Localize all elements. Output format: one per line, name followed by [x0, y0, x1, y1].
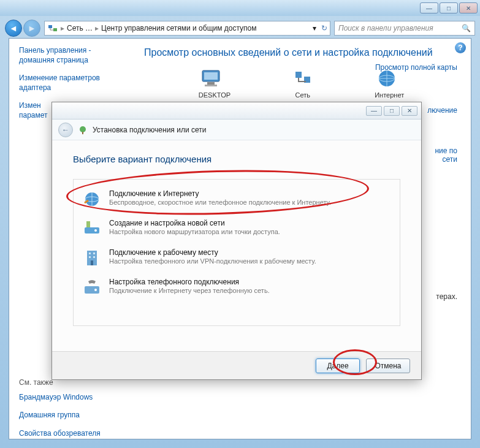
svg-point-16	[94, 229, 97, 232]
minimize-button[interactable]: —	[420, 2, 438, 13]
option-title: Подключение к рабочему месту	[109, 248, 316, 257]
wizard-close-button[interactable]: ✕	[402, 106, 417, 116]
maximize-button[interactable]: □	[440, 2, 458, 13]
option-title: Создание и настройка новой сети	[109, 219, 280, 227]
minimize-icon: —	[371, 107, 377, 114]
svg-rect-22	[91, 260, 93, 265]
svg-rect-23	[85, 286, 99, 294]
close-button[interactable]: ✕	[459, 2, 478, 13]
node-network-label: Сеть	[291, 91, 315, 99]
breadcrumb-dropdown[interactable]: ▾ ↻	[313, 24, 327, 32]
sidebar-home-link[interactable]: Панель управления - домашняя страница	[19, 46, 122, 65]
svg-rect-21	[93, 256, 95, 258]
network-sharing-icon	[47, 23, 58, 34]
svg-rect-3	[204, 72, 218, 80]
node-desktop-label: DESKTOP	[199, 91, 230, 99]
partial-text: ние по сети	[435, 146, 457, 164]
sidebar-firewall-link[interactable]: Брандмауэр Windows	[19, 393, 122, 403]
wizard-header-icon	[78, 125, 88, 135]
sidebar-adapter-link[interactable]: Изменение параметров адаптера	[19, 74, 122, 93]
sidebar-ie-link[interactable]: Свойства обозревателя	[19, 429, 122, 439]
breadcrumb-sep: ▸	[61, 24, 64, 32]
partial-text: лючение	[427, 106, 457, 115]
refresh-icon[interactable]: ↻	[321, 24, 327, 32]
router-icon	[82, 219, 102, 238]
network-map: DESKTOP Сеть Интернет	[169, 68, 434, 99]
svg-rect-20	[89, 256, 91, 258]
next-label: Далее	[327, 362, 348, 370]
option-workplace[interactable]: Подключение к рабочему месту Настройка т…	[74, 243, 400, 273]
node-internet-label: Интернет	[375, 91, 404, 99]
minimize-icon: —	[426, 5, 432, 12]
svg-rect-14	[85, 227, 99, 233]
nav-back-button[interactable]: ◄	[5, 20, 22, 37]
wizard-heading: Выберите вариант подключения	[73, 154, 400, 164]
search-icon: 🔍	[462, 24, 471, 32]
svg-rect-15	[86, 221, 90, 227]
wizard-header: ← Установка подключения или сети	[52, 120, 421, 140]
partial-text: терах.	[436, 292, 457, 301]
svg-rect-11	[82, 132, 83, 134]
option-dialup[interactable]: Настройка телефонного подключения Подклю…	[74, 273, 400, 302]
phone-modem-icon	[82, 278, 102, 297]
network-icon	[291, 68, 315, 89]
wizard-option-list: Подключение к Интернету Беспроводное, ск…	[73, 179, 400, 326]
building-icon	[82, 248, 102, 268]
maximize-icon: □	[390, 107, 394, 114]
wizard-header-title: Установка подключения или сети	[93, 126, 206, 134]
search-placeholder: Поиск в панели управления	[338, 24, 433, 32]
svg-rect-6	[295, 72, 302, 78]
search-input[interactable]: Поиск в панели управления 🔍	[334, 21, 475, 36]
maximize-icon: □	[447, 5, 451, 12]
help-icon[interactable]: ?	[455, 42, 466, 53]
breadcrumb[interactable]: ▸ Сеть … ▸ Центр управления сетями и общ…	[44, 21, 330, 36]
wizard-body: Выберите вариант подключения Подключение…	[52, 140, 421, 332]
svg-rect-19	[93, 252, 95, 254]
node-internet: Интернет	[375, 68, 404, 99]
svg-point-24	[94, 289, 97, 291]
desktop-icon	[199, 68, 223, 89]
nav-arrows: ◄ ►	[5, 20, 40, 37]
cancel-button[interactable]: Отмена	[366, 359, 410, 373]
close-icon: ✕	[407, 107, 412, 114]
option-desc: Подключение к Интернету через телефонную…	[109, 287, 270, 294]
sidebar-homegroup-link[interactable]: Домашняя группа	[19, 411, 122, 420]
option-title: Настройка телефонного подключения	[109, 278, 270, 286]
option-new-network[interactable]: Создание и настройка новой сети Настройк…	[74, 214, 400, 243]
connection-wizard-dialog: — □ ✕ ← Установка подключения или сети В…	[51, 102, 422, 380]
svg-point-10	[80, 126, 86, 132]
chevron-down-icon: ▾	[313, 24, 316, 32]
breadcrumb-sep: ▸	[95, 24, 99, 32]
cancel-label: Отмена	[375, 362, 401, 370]
option-desc: Беспроводное, скоростное или телефонное …	[109, 199, 331, 206]
wizard-titlebar: — □ ✕	[52, 102, 421, 120]
close-icon: ✕	[466, 5, 471, 12]
wizard-back-button[interactable]: ←	[58, 123, 73, 137]
next-button[interactable]: Далее	[316, 359, 360, 373]
option-title: Подключение к Интернету	[109, 189, 331, 198]
nav-forward-button[interactable]: ►	[23, 20, 40, 37]
wizard-maximize-button[interactable]: □	[384, 106, 400, 116]
view-full-map-link[interactable]: Просмотр полной карты	[375, 63, 457, 72]
breadcrumb-root[interactable]: Сеть …	[67, 24, 93, 32]
svg-rect-4	[207, 82, 215, 85]
wizard-minimize-button[interactable]: —	[366, 106, 382, 116]
node-desktop: DESKTOP	[199, 68, 230, 99]
page-title: Просмотр основных сведений о сети и наст…	[144, 47, 459, 58]
svg-rect-5	[205, 85, 217, 86]
option-internet[interactable]: Подключение к Интернету Беспроводное, ск…	[74, 184, 400, 214]
parent-titlebar: — □ ✕	[0, 0, 480, 16]
navigation-row: ◄ ► ▸ Сеть … ▸ Центр управления сетями и…	[0, 16, 480, 40]
option-desc: Настройка нового маршрутизатора или точк…	[109, 228, 280, 235]
svg-rect-0	[48, 25, 52, 28]
wizard-footer: Далее Отмена	[52, 351, 421, 379]
option-desc: Настройка телефонного или VPN-подключени…	[109, 257, 316, 265]
node-network: Сеть	[291, 68, 315, 99]
svg-rect-18	[89, 252, 91, 254]
breadcrumb-current[interactable]: Центр управления сетями и общим доступом	[101, 24, 257, 32]
internet-globe-icon	[82, 189, 102, 209]
